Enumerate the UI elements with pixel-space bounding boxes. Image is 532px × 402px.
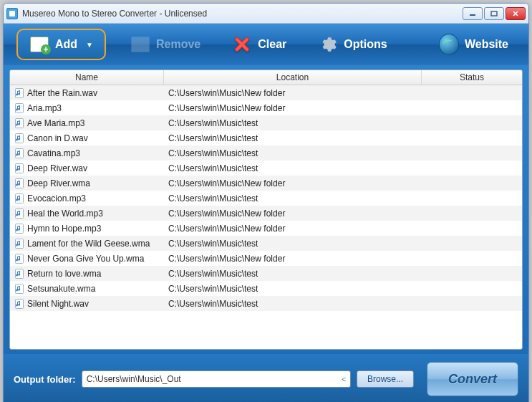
- audio-file-icon: [14, 178, 24, 188]
- file-name: Evocacion.mp3: [27, 193, 86, 204]
- file-location: C:\Users\win\Music\test: [168, 239, 258, 249]
- output-folder-label: Output folder:: [14, 374, 76, 385]
- add-dropdown-icon: ▼: [86, 41, 93, 49]
- file-location: C:\Users\win\Music\New folder: [168, 178, 285, 188]
- file-location: C:\Users\win\Music\New folder: [168, 103, 285, 113]
- clear-button[interactable]: Clear: [225, 30, 294, 59]
- file-name: Aria.mp3: [27, 103, 62, 113]
- file-location: C:\Users\win\Music\test: [168, 193, 258, 204]
- remove-label: Remove: [156, 38, 200, 51]
- file-location: C:\Users\win\Music\test: [168, 299, 258, 309]
- output-folder-dropdown-icon[interactable]: <: [342, 375, 346, 383]
- table-row[interactable]: After the Rain.wavC:\Users\win\Music\New…: [10, 85, 522, 100]
- svg-rect-0: [470, 14, 475, 16]
- table-row[interactable]: Deep River.wavC:\Users\win\Music\test: [10, 161, 522, 176]
- clear-icon: [232, 34, 252, 54]
- file-location: C:\Users\win\Music\New folder: [168, 209, 285, 219]
- table-row[interactable]: Return to love.wmaC:\Users\win\Music\tes…: [10, 266, 522, 281]
- file-list: Name Location Status After the Rain.wavC…: [9, 70, 523, 350]
- audio-file-icon: [14, 254, 24, 264]
- close-button[interactable]: [506, 7, 526, 20]
- titlebar[interactable]: Musereo Mono to Stereo Converter - Unlic…: [4, 4, 528, 24]
- audio-file-icon: [14, 239, 24, 249]
- output-folder-field[interactable]: C:\Users\win\Music\_Out <: [82, 370, 351, 388]
- file-name: Cavatina.mp3: [27, 148, 80, 158]
- browse-button[interactable]: Browse...: [357, 370, 414, 388]
- audio-file-icon: [14, 224, 24, 234]
- svg-rect-1: [491, 11, 497, 16]
- content-area: Name Location Status After the Rain.wavC…: [4, 65, 528, 354]
- file-name: Deep River.wav: [27, 163, 87, 173]
- window-controls: [463, 7, 526, 20]
- column-status[interactable]: Status: [422, 70, 522, 85]
- app-icon: [6, 8, 18, 19]
- audio-file-icon: [14, 284, 24, 294]
- file-name: Lament for the Wild Geese.wma: [27, 239, 150, 249]
- table-row[interactable]: Cavatina.mp3C:\Users\win\Music\test: [10, 145, 522, 161]
- website-label: Website: [465, 38, 508, 51]
- audio-file-icon: [14, 118, 24, 128]
- convert-button[interactable]: Convert: [427, 362, 518, 396]
- audio-file-icon: [14, 193, 24, 204]
- file-name: After the Rain.wav: [27, 88, 97, 98]
- list-header: Name Location Status: [10, 70, 522, 85]
- file-location: C:\Users\win\Music\New folder: [168, 88, 285, 98]
- file-location: C:\Users\win\Music\test: [168, 148, 258, 158]
- table-row[interactable]: Deep River.wmaC:\Users\win\Music\New fol…: [10, 176, 522, 191]
- file-name: Deep River.wma: [27, 178, 90, 188]
- audio-file-icon: [14, 133, 24, 143]
- file-location: C:\Users\win\Music\test: [168, 133, 258, 143]
- column-name[interactable]: Name: [10, 70, 164, 85]
- bottom-bar: Output folder: C:\Users\win\Music\_Out <…: [4, 354, 528, 402]
- table-row[interactable]: Silent Night.wavC:\Users\win\Music\test: [10, 296, 522, 311]
- website-button[interactable]: Website: [432, 30, 516, 59]
- file-name: Hymn to Hope.mp3: [27, 224, 101, 234]
- website-icon: [439, 34, 459, 54]
- add-icon: [29, 34, 49, 54]
- table-row[interactable]: Ave Maria.mp3C:\Users\win\Music\test: [10, 115, 522, 130]
- file-name: Ave Maria.mp3: [27, 118, 84, 128]
- audio-file-icon: [14, 88, 24, 98]
- audio-file-icon: [14, 299, 24, 309]
- remove-icon: [130, 34, 150, 54]
- table-row[interactable]: Heal the World.mp3C:\Users\win\Music\New…: [10, 206, 522, 221]
- output-folder-value: C:\Users\win\Music\_Out: [87, 374, 181, 384]
- table-row[interactable]: Canon in D.wavC:\Users\win\Music\test: [10, 130, 522, 145]
- column-location[interactable]: Location: [164, 70, 422, 85]
- file-name: Heal the World.mp3: [27, 209, 103, 219]
- list-body[interactable]: After the Rain.wavC:\Users\win\Music\New…: [10, 85, 522, 349]
- file-name: Silent Night.wav: [27, 299, 89, 309]
- table-row[interactable]: Hymn to Hope.mp3C:\Users\win\Music\New f…: [10, 221, 522, 236]
- window-title: Musereo Mono to Stereo Converter - Unlic…: [22, 9, 463, 19]
- options-button[interactable]: Options: [311, 30, 394, 59]
- options-icon: [318, 34, 338, 54]
- toolbar: Add ▼ Remove Clear Options Website: [4, 24, 528, 65]
- table-row[interactable]: Evocacion.mp3C:\Users\win\Music\test: [10, 191, 522, 206]
- clear-label: Clear: [258, 38, 286, 51]
- remove-button[interactable]: Remove: [123, 30, 208, 59]
- options-label: Options: [344, 38, 387, 51]
- audio-file-icon: [14, 103, 24, 113]
- file-name: Never Gona Give You Up.wma: [27, 254, 144, 264]
- audio-file-icon: [14, 148, 24, 158]
- minimize-button[interactable]: [463, 7, 483, 20]
- file-location: C:\Users\win\Music\New folder: [168, 254, 285, 264]
- table-row[interactable]: Lament for the Wild Geese.wmaC:\Users\wi…: [10, 236, 522, 251]
- app-window: Musereo Mono to Stereo Converter - Unlic…: [3, 3, 529, 402]
- table-row[interactable]: Aria.mp3C:\Users\win\Music\New folder: [10, 100, 522, 115]
- file-location: C:\Users\win\Music\test: [168, 284, 258, 294]
- file-name: Return to love.wma: [27, 269, 101, 279]
- audio-file-icon: [14, 269, 24, 279]
- add-button[interactable]: Add ▼: [16, 29, 106, 60]
- file-name: Setsunakute.wma: [27, 284, 95, 294]
- maximize-button[interactable]: [484, 7, 504, 20]
- file-location: C:\Users\win\Music\test: [168, 269, 258, 279]
- file-location: C:\Users\win\Music\New folder: [168, 224, 285, 234]
- audio-file-icon: [14, 163, 24, 173]
- table-row[interactable]: Never Gona Give You Up.wmaC:\Users\win\M…: [10, 251, 522, 266]
- audio-file-icon: [14, 209, 24, 219]
- add-label: Add: [55, 38, 77, 51]
- table-row[interactable]: Setsunakute.wmaC:\Users\win\Music\test: [10, 281, 522, 296]
- file-location: C:\Users\win\Music\test: [168, 118, 258, 128]
- file-name: Canon in D.wav: [27, 133, 88, 143]
